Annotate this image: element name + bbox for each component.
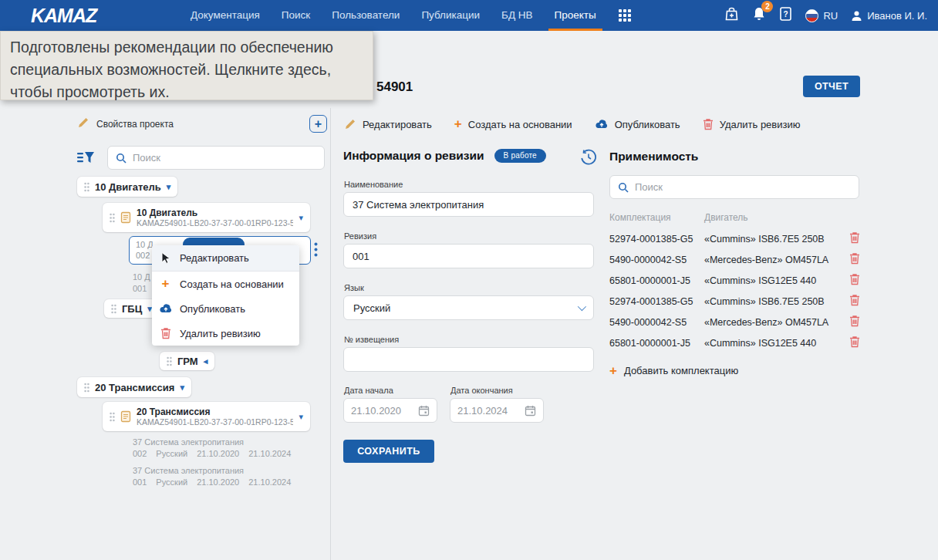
- cell-engine: «Cummins» ISB6.7E5 250B: [704, 234, 849, 245]
- nav-item-db[interactable]: БД НВ: [500, 0, 535, 31]
- cell-configuration: 5490-0000042-S5: [609, 255, 704, 265]
- toolbar-create-from-button[interactable]: + Создать на основании: [454, 119, 572, 130]
- revision-input[interactable]: [343, 244, 594, 268]
- tree-revision-item[interactable]: 37 Система электропитания 001Русский21.1…: [133, 465, 300, 488]
- user-name: Иванов И. И.: [867, 10, 927, 22]
- report-button[interactable]: ОТЧЕТ: [803, 76, 860, 97]
- toolbar-edit-button[interactable]: Редактировать: [344, 118, 432, 130]
- page-title: 54901: [376, 79, 413, 95]
- nav-menu: Документация Поиск Пользователи Публикац…: [189, 0, 632, 31]
- accessibility-tooltip[interactable]: Подготовлены рекомендации по обеспечению…: [0, 31, 373, 100]
- tree-revision-item[interactable]: 37 Система электропитания 002Русский21.1…: [133, 437, 300, 460]
- plus-icon: +: [158, 278, 173, 289]
- toolbar-label: Создать на основании: [468, 119, 572, 130]
- tree-group-transmission[interactable]: 20 Трансмиссия ▾: [77, 377, 191, 397]
- chevron-down-icon[interactable]: ▾: [167, 182, 171, 192]
- delete-row-button[interactable]: [849, 315, 860, 329]
- cell-engine: «Mercedes-Benz» OM457LA: [704, 317, 849, 328]
- add-node-button[interactable]: +: [309, 115, 327, 133]
- tree-node-engine-card[interactable]: 10 Двигатель KAMAZ54901-LB20-37-37-00-01…: [103, 203, 310, 232]
- name-input[interactable]: [343, 192, 594, 217]
- status-badge: В работе: [494, 149, 546, 163]
- delete-row-button[interactable]: [849, 336, 860, 350]
- notifications-bell-icon[interactable]: 2: [752, 6, 766, 25]
- panel-divider: [330, 108, 331, 560]
- kit-bag-icon[interactable]: [724, 6, 739, 25]
- delete-row-button[interactable]: [849, 231, 860, 246]
- table-row: 65801-0000001-J5 «Cummins» ISG12E5 440: [609, 332, 860, 353]
- toolbar-delete-revision-button[interactable]: Удалить ревизию: [703, 118, 801, 130]
- date-end-value: 21.10.2024: [457, 405, 508, 417]
- nav-item-search[interactable]: Поиск: [280, 0, 312, 31]
- trash-icon: [703, 118, 714, 130]
- revision-name: 10 Д: [133, 272, 150, 283]
- chevron-down-icon[interactable]: ▾: [299, 412, 303, 422]
- nav-item-users[interactable]: Пользователи: [330, 0, 401, 31]
- toolbar-publish-button[interactable]: Опубликовать: [595, 119, 680, 130]
- cell-configuration: 52974-0001385-G5: [609, 234, 704, 245]
- revision-date-end: 21.10.2024: [248, 477, 291, 487]
- cell-engine: «Cummins» ISB6.7E5 250B: [704, 296, 849, 307]
- add-configuration-button[interactable]: + Добавить комплектацию: [609, 365, 738, 376]
- tree-group-label: 10 Двигатель: [95, 181, 161, 193]
- context-menu-edit[interactable]: Редактировать: [152, 245, 299, 272]
- column-header-engine: Двигатель: [704, 212, 748, 223]
- table-row: 65801-0000001-J5 «Cummins» ISG12E5 440: [609, 270, 860, 291]
- language-switcher[interactable]: RU: [805, 9, 838, 22]
- drag-handle-icon: [111, 304, 116, 314]
- delete-row-button[interactable]: [849, 252, 860, 267]
- context-menu: Редактировать + Создать на основании Опу…: [152, 245, 299, 346]
- user-menu[interactable]: Иванов И. И.: [851, 10, 927, 22]
- calendar-icon: [418, 405, 430, 417]
- context-menu-create-from[interactable]: + Создать на основании: [152, 272, 299, 296]
- top-nav-bar: KAMAZ Документация Поиск Пользователи Пу…: [0, 0, 938, 31]
- language-select[interactable]: Русский: [343, 295, 594, 320]
- search-icon: [116, 153, 127, 164]
- applicability-search-input[interactable]: [635, 181, 851, 193]
- delete-row-button[interactable]: [849, 294, 860, 309]
- sidebar-search-input[interactable]: [133, 152, 316, 164]
- context-menu-label: Удалить ревизию: [180, 328, 261, 339]
- drag-handle-icon: [84, 383, 89, 393]
- kamaz-logo[interactable]: KAMAZ: [31, 5, 96, 27]
- apps-grid-icon[interactable]: [618, 8, 632, 22]
- chevron-down-icon[interactable]: ▾: [180, 383, 184, 393]
- applicability-table: 52974-0001385-G5 «Cummins» ISB6.7E5 250B…: [609, 228, 860, 353]
- column-header-configuration: Комплектация: [609, 212, 704, 223]
- chevron-left-icon[interactable]: ◂: [204, 356, 208, 366]
- save-button[interactable]: СОХРАНИТЬ: [343, 440, 434, 463]
- filter-icon[interactable]: [76, 149, 95, 169]
- history-icon[interactable]: [580, 149, 597, 169]
- tree-group-engine[interactable]: 10 Двигатель ▾: [77, 177, 177, 197]
- nav-item-publications[interactable]: Публикации: [420, 0, 481, 31]
- date-start-input[interactable]: 21.10.2020: [343, 398, 437, 423]
- tree-node-grm[interactable]: ГРМ ◂: [160, 352, 214, 370]
- help-icon[interactable]: ?: [779, 6, 792, 25]
- chevron-down-icon[interactable]: ▾: [299, 213, 303, 223]
- trash-icon: [158, 327, 173, 339]
- notice-input[interactable]: [343, 347, 594, 372]
- edit-pencil-icon[interactable]: [77, 116, 89, 132]
- drag-handle-icon: [84, 182, 89, 192]
- nav-right-icons: 2 ? RU Иванов И. И.: [724, 0, 927, 31]
- context-menu-delete-revision[interactable]: Удалить ревизию: [152, 321, 299, 346]
- revision-label: Ревизия: [344, 231, 376, 241]
- date-end-input[interactable]: 21.10.2024: [450, 398, 544, 423]
- drag-handle-icon: [110, 412, 115, 422]
- tree-node-transmission-card[interactable]: 20 Трансмиссия KAMAZ54901-LB20-37-37-00-…: [103, 402, 310, 431]
- chevron-down-icon[interactable]: ▾: [147, 304, 152, 314]
- add-configuration-label: Добавить комплектацию: [624, 365, 738, 376]
- delete-row-button[interactable]: [849, 273, 860, 288]
- cloud-upload-icon: [595, 120, 609, 130]
- context-menu-label: Создать на основании: [180, 278, 284, 290]
- kebab-menu-icon[interactable]: [314, 242, 318, 260]
- nav-item-projects[interactable]: Проекты: [553, 0, 598, 31]
- language-label: Язык: [344, 283, 364, 292]
- tree-revision-item[interactable]: 10 Д 001: [133, 272, 150, 295]
- context-menu-publish[interactable]: Опубликовать: [152, 296, 299, 321]
- trash-icon: [849, 336, 860, 348]
- cursor-icon: [158, 251, 173, 265]
- nav-item-documentation[interactable]: Документация: [189, 0, 261, 31]
- revision-name: 37 Система электропитания: [133, 465, 300, 477]
- tree-node-gbc[interactable]: ГБЦ ▾: [104, 299, 159, 318]
